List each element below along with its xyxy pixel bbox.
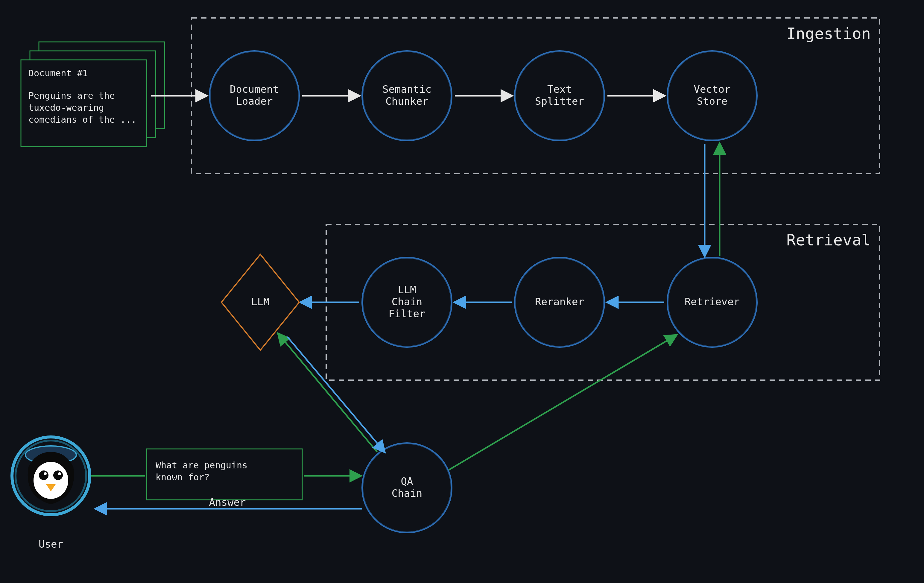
retrieval-title: Retrieval <box>786 231 871 249</box>
svg-point-25 <box>44 472 47 475</box>
document-title: Document #1 <box>28 68 88 78</box>
llm-l1: LLM <box>251 296 269 308</box>
svg-point-23 <box>39 471 48 480</box>
arrow-llm-to-qachain <box>287 337 384 452</box>
node-vector-store: Vector Store <box>667 51 757 140</box>
node-retriever: Retriever <box>667 258 757 347</box>
llm-chain-filter-l2: Chain <box>392 296 422 308</box>
diagram-canvas: Ingestion Retrieval Document #1 Penguins… <box>0 0 924 583</box>
svg-point-22 <box>33 462 68 499</box>
vector-store-l1: Vector <box>694 83 731 95</box>
document-loader-l2: Loader <box>236 95 273 107</box>
node-qa-chain: QA Chain <box>362 443 452 533</box>
node-semantic-chunker: Semantic Chunker <box>362 51 452 140</box>
user-label: User <box>39 538 63 550</box>
vector-store-l2: Store <box>697 95 728 107</box>
arrow-qachain-to-llm <box>278 334 377 452</box>
ingestion-title: Ingestion <box>786 25 871 43</box>
node-text-splitter: Text Splitter <box>515 51 604 140</box>
llm-chain-filter-l1: LLM <box>398 284 416 296</box>
node-llm-chain-filter: LLM Chain Filter <box>362 258 452 347</box>
svg-point-24 <box>53 471 63 480</box>
text-splitter-l1: Text <box>547 83 572 95</box>
qa-chain-l2: Chain <box>392 487 422 499</box>
arrow-qachain-to-retriever <box>449 335 676 470</box>
query-text-l2: known for? <box>155 472 210 482</box>
document-stack: Document #1 Penguins are the tuxedo-wear… <box>21 42 165 147</box>
llm-chain-filter-l3: Filter <box>389 308 426 320</box>
svg-point-26 <box>58 472 61 475</box>
qa-chain-l1: QA <box>401 475 413 487</box>
answer-label: Answer <box>209 496 246 508</box>
node-llm: LLM <box>221 254 299 350</box>
reranker-l1: Reranker <box>535 296 584 308</box>
document-loader-l1: Document <box>230 83 279 95</box>
document-body-l3: comedians of the ... <box>28 114 137 125</box>
user-avatar <box>12 437 90 515</box>
document-body-l2: tuxedo-wearing <box>28 102 104 113</box>
retriever-l1: Retriever <box>685 296 740 308</box>
document-body-l1: Penguins are the <box>28 90 115 101</box>
semantic-chunker-l2: Chunker <box>385 95 428 107</box>
semantic-chunker-l1: Semantic <box>383 83 431 95</box>
node-document-loader: Document Loader <box>210 51 299 140</box>
text-splitter-l2: Splitter <box>535 95 584 107</box>
query-text-l1: What are penguins <box>155 460 248 471</box>
node-reranker: Reranker <box>515 258 604 347</box>
